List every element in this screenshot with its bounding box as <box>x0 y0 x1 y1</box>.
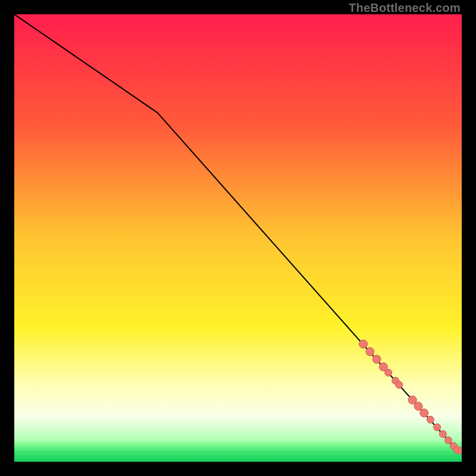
highlight-dot <box>414 402 422 411</box>
highlight-dot <box>372 355 381 364</box>
highlight-dot <box>434 424 441 431</box>
highlight-dot <box>385 369 392 376</box>
watermark-label: TheBottleneck.com <box>349 1 461 15</box>
highlight-dot <box>366 347 374 356</box>
highlight-dot <box>427 416 434 423</box>
highlight-dot <box>420 409 428 417</box>
highlight-dot <box>359 340 368 348</box>
chart-canvas <box>14 14 462 462</box>
highlight-dot <box>444 437 452 444</box>
highlight-dot <box>439 430 446 437</box>
chart-background <box>14 14 462 462</box>
chart-frame <box>14 14 462 462</box>
chart-green-band <box>14 441 462 462</box>
highlight-dot <box>396 381 403 389</box>
